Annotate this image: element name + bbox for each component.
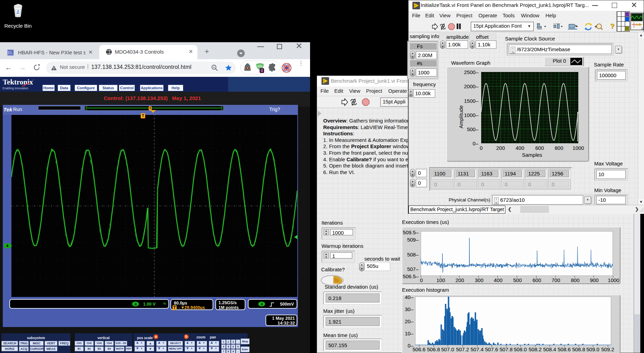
svg-text:0: 0 [261, 69, 263, 73]
svg-text:EL: EL [8, 51, 12, 55]
svg-text:4: 4 [6, 244, 9, 248]
svg-text:4: 4 [261, 302, 263, 306]
svg-text:</>: </> [258, 64, 263, 68]
svg-text:4: 4 [134, 302, 137, 306]
